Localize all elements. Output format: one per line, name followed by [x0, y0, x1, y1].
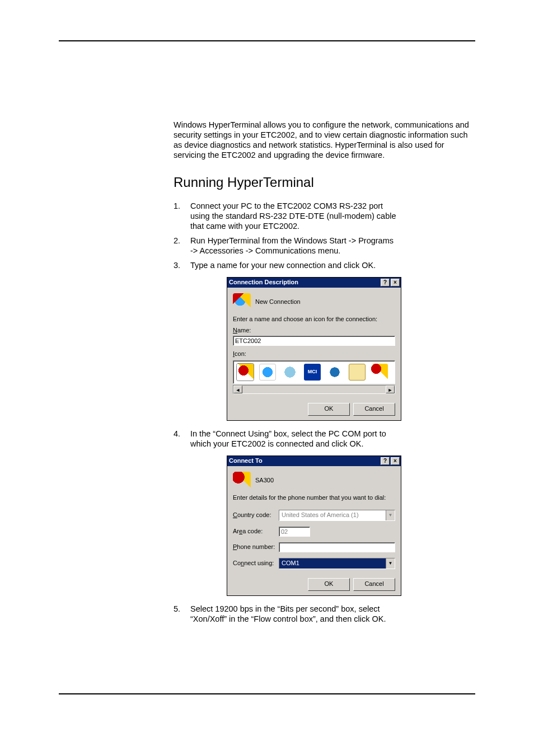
dialog-title: Connection Description — [229, 279, 298, 287]
dialog2-wrap: Connect To ? × SA300 Enter details for t… — [227, 456, 476, 596]
step-1: 1. Connect your PC to the ETC2002 COM3 R… — [174, 201, 476, 231]
step-number: 5. — [174, 604, 190, 624]
connection-description-dialog: Connection Description ? × New Connectio… — [227, 277, 401, 420]
help-icon[interactable]: ? — [381, 279, 390, 287]
country-row: Country code: United States of America (… — [233, 510, 395, 521]
step-number: 3. — [174, 260, 190, 270]
connect-using-label: Connect using: — [233, 560, 279, 567]
country-combo: United States of America (1) ▼ — [279, 510, 395, 521]
scroll-right-icon[interactable]: ► — [386, 386, 395, 393]
hyperterminal-icon — [233, 293, 251, 311]
top-rule — [59, 40, 475, 41]
step-number: 2. — [174, 236, 190, 256]
country-label: Country code: — [233, 511, 279, 519]
icon-option-mci[interactable] — [304, 364, 321, 381]
icon-option-sheet[interactable] — [349, 364, 366, 381]
phone-number-input — [279, 542, 395, 552]
name-label: Name: — [233, 327, 395, 335]
connection-name-label: SA300 — [255, 477, 274, 485]
connect-row: Connect using: COM1 ▼ — [233, 558, 395, 569]
scroll-left-icon[interactable]: ◄ — [233, 386, 242, 393]
close-icon[interactable]: × — [391, 279, 400, 287]
intro-paragraph: Windows HyperTerminal allows you to conf… — [174, 120, 476, 161]
icon-option-orb[interactable] — [326, 364, 343, 381]
step-text: Run HyperTerminal from the Windows Start… — [190, 236, 397, 256]
section-heading: Running HyperTerminal — [174, 174, 476, 191]
icon-option-last[interactable] — [371, 364, 388, 381]
titlebar[interactable]: Connection Description ? × — [227, 278, 401, 288]
step-text: Connect your PC to the ETC2002 COM3 RS-2… — [190, 201, 397, 231]
icon-option-phone[interactable] — [237, 364, 254, 381]
close-icon[interactable]: × — [391, 457, 400, 465]
step-2: 2. Run HyperTerminal from the Windows St… — [174, 236, 476, 256]
steps-list: 1. Connect your PC to the ETC2002 COM3 R… — [174, 201, 476, 271]
ok-button[interactable]: OK — [308, 403, 350, 416]
chevron-down-icon[interactable]: ▼ — [386, 558, 395, 569]
phone-icon — [233, 472, 251, 490]
dialog1-wrap: Connection Description ? × New Connectio… — [227, 277, 476, 420]
steps-list-cont2: 5. Select 19200 bps in the “Bits per sec… — [174, 604, 476, 624]
chevron-down-icon: ▼ — [386, 510, 395, 520]
icon-picker[interactable] — [233, 360, 395, 384]
step-4: 4. In the “Connect Using” box, select th… — [174, 429, 476, 449]
step-text: Type a name for your new connection and … — [190, 260, 397, 270]
step-number: 4. — [174, 429, 190, 449]
icon-option-globe2[interactable] — [282, 364, 298, 381]
connection-name-input[interactable] — [233, 336, 395, 346]
dialog-title: Connect To — [229, 457, 263, 465]
connect-to-dialog: Connect To ? × SA300 Enter details for t… — [227, 456, 401, 596]
phone-row: Phone number: — [233, 542, 395, 552]
area-row: Area code: — [233, 527, 395, 537]
area-code-input — [279, 527, 310, 537]
cancel-button[interactable]: Cancel — [353, 403, 395, 416]
titlebar[interactable]: Connect To ? × — [227, 456, 401, 466]
icon-option-globe1[interactable] — [259, 364, 276, 381]
ok-button[interactable]: OK — [308, 578, 350, 591]
step-text: Select 19200 bps in the “Bits per second… — [190, 604, 397, 624]
cancel-button[interactable]: Cancel — [353, 578, 395, 591]
area-label: Area code: — [233, 528, 279, 536]
step-text: In the “Connect Using” box, select the P… — [190, 429, 397, 449]
content-area: Windows HyperTerminal allows you to conf… — [174, 120, 476, 624]
step-3: 3. Type a name for your new connection a… — [174, 260, 476, 270]
icon-scrollbar[interactable]: ◄ ► — [233, 385, 395, 394]
steps-list-cont: 4. In the “Connect Using” box, select th… — [174, 429, 476, 449]
connect-using-value: COM1 — [279, 558, 386, 569]
dialog1-prompt: Enter a name and choose an icon for the … — [233, 316, 395, 323]
step-number: 1. — [174, 201, 190, 231]
phone-label: Phone number: — [233, 543, 279, 551]
help-icon[interactable]: ? — [381, 457, 390, 465]
bottom-rule — [59, 693, 475, 694]
step-5: 5. Select 19200 bps in the “Bits per sec… — [174, 604, 476, 624]
new-connection-label: New Connection — [255, 298, 301, 306]
connect-using-combo[interactable]: COM1 ▼ — [279, 558, 395, 569]
country-value: United States of America (1) — [279, 510, 386, 520]
dialog2-prompt: Enter details for the phone number that … — [233, 494, 395, 502]
icon-label: Icon: — [233, 350, 395, 358]
